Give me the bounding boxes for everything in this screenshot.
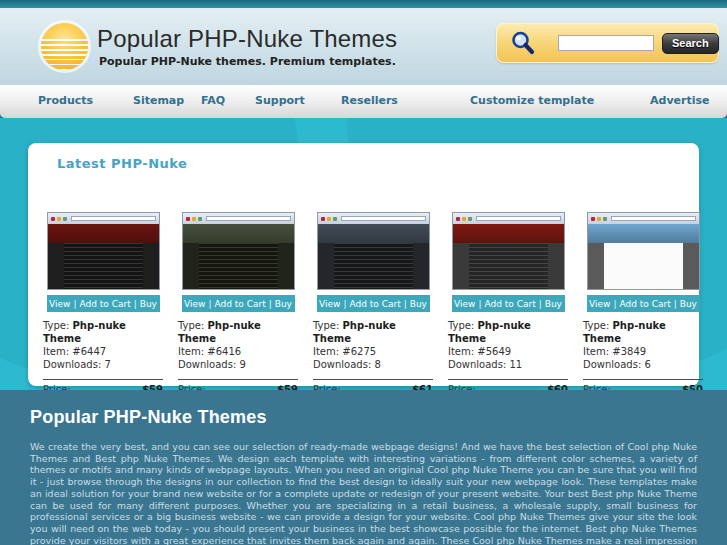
card-divider xyxy=(448,379,568,380)
search-input[interactable] xyxy=(558,35,654,51)
site-title: Popular PHP-Nuke Themes xyxy=(97,25,397,53)
type-line: Type: Php-nuke Theme xyxy=(313,319,433,345)
nav-item-advertise[interactable]: Advertise xyxy=(650,94,709,107)
site-tagline: Popular PHP-Nuke themes. Premium templat… xyxy=(99,55,396,68)
card-action-bar: View | Add to Cart | Buy xyxy=(587,295,700,312)
search-button[interactable]: Search xyxy=(662,33,719,54)
theme-thumbnail[interactable] xyxy=(317,212,430,290)
product-card: View | Add to Cart | Buy Type: Php-nuke … xyxy=(583,212,703,390)
card-action-bar: View | Add to Cart | Buy xyxy=(182,295,295,312)
product-card: View | Add to Cart | Buy Type: Php-nuke … xyxy=(43,212,163,390)
add-to-cart-link[interactable]: Add to Cart xyxy=(484,299,535,309)
separator: | xyxy=(539,299,542,309)
buy-link[interactable]: Buy xyxy=(545,299,562,309)
buy-link[interactable]: Buy xyxy=(680,299,697,309)
downloads-line: Downloads: 11 xyxy=(448,358,568,371)
add-to-cart-link[interactable]: Add to Cart xyxy=(349,299,400,309)
theme-thumbnail[interactable] xyxy=(587,212,700,290)
theme-banner xyxy=(588,224,699,243)
product-card: View | Add to Cart | Buy Type: Php-nuke … xyxy=(448,212,568,390)
product-card-row: View | Add to Cart | Buy Type: Php-nuke … xyxy=(43,212,703,390)
nav-item-faq[interactable]: FAQ xyxy=(201,94,225,107)
description-section: Popular PHP-Nuke Themes We create the ve… xyxy=(0,390,727,545)
add-to-cart-link[interactable]: Add to Cart xyxy=(79,299,130,309)
downloads-line: Downloads: 7 xyxy=(43,358,163,371)
card-action-bar: View | Add to Cart | Buy xyxy=(317,295,430,312)
add-to-cart-link[interactable]: Add to Cart xyxy=(619,299,670,309)
browser-chrome xyxy=(453,213,564,224)
theme-thumbnail[interactable] xyxy=(452,212,565,290)
theme-banner xyxy=(48,224,159,243)
product-card: View | Add to Cart | Buy Type: Php-nuke … xyxy=(313,212,433,390)
search-panel: Search xyxy=(496,23,719,63)
browser-chrome xyxy=(183,213,294,224)
downloads-line: Downloads: 6 xyxy=(583,358,703,371)
buy-link[interactable]: Buy xyxy=(275,299,292,309)
theme-banner xyxy=(453,224,564,243)
add-to-cart-link[interactable]: Add to Cart xyxy=(214,299,265,309)
item-line: Item: #3849 xyxy=(583,345,703,358)
nav-item-products[interactable]: Products xyxy=(38,94,93,107)
sun-logo-icon xyxy=(41,23,88,70)
view-link[interactable]: View xyxy=(319,299,340,309)
downloads-line: Downloads: 8 xyxy=(313,358,433,371)
separator: | xyxy=(343,299,346,309)
type-line: Type: Php-nuke Theme xyxy=(583,319,703,345)
section-title: Latest PHP-Nuke xyxy=(57,156,187,171)
theme-banner xyxy=(318,224,429,243)
type-line: Type: Php-nuke Theme xyxy=(43,319,163,345)
card-divider xyxy=(583,379,703,380)
view-link[interactable]: View xyxy=(589,299,610,309)
theme-thumbnail[interactable] xyxy=(47,212,160,290)
card-divider xyxy=(43,379,163,380)
type-line: Type: Php-nuke Theme xyxy=(448,319,568,345)
view-link[interactable]: View xyxy=(49,299,70,309)
search-icon xyxy=(510,30,536,56)
item-line: Item: #6447 xyxy=(43,345,163,358)
theme-banner xyxy=(183,224,294,243)
separator: | xyxy=(478,299,481,309)
buy-link[interactable]: Buy xyxy=(140,299,157,309)
top-accent-bar xyxy=(0,0,727,8)
buy-link[interactable]: Buy xyxy=(410,299,427,309)
nav-item-sitemap[interactable]: Sitemap xyxy=(133,94,184,107)
item-line: Item: #6416 xyxy=(178,345,298,358)
separator: | xyxy=(674,299,677,309)
main-navigation: ProductsSitemapFAQSupportResellersCustom… xyxy=(0,85,727,118)
nav-item-support[interactable]: Support xyxy=(255,94,305,107)
view-link[interactable]: View xyxy=(454,299,475,309)
product-card: View | Add to Cart | Buy Type: Php-nuke … xyxy=(178,212,298,390)
card-divider xyxy=(313,379,433,380)
card-action-bar: View | Add to Cart | Buy xyxy=(452,295,565,312)
view-link[interactable]: View xyxy=(184,299,205,309)
item-line: Item: #6275 xyxy=(313,345,433,358)
page-header: Popular PHP-Nuke Themes Popular PHP-Nuke… xyxy=(0,8,727,85)
description-paragraph: We create the very best, and you can see… xyxy=(30,441,697,545)
separator: | xyxy=(613,299,616,309)
card-divider xyxy=(178,379,298,380)
latest-themes-panel: Latest PHP-Nuke View | Add to Cart | Buy… xyxy=(28,143,699,386)
browser-chrome xyxy=(48,213,159,224)
theme-thumbnail[interactable] xyxy=(182,212,295,290)
bottom-heading: Popular PHP-Nuke Themes xyxy=(30,407,697,428)
separator: | xyxy=(134,299,137,309)
card-action-bar: View | Add to Cart | Buy xyxy=(47,295,160,312)
browser-chrome xyxy=(318,213,429,224)
item-line: Item: #5649 xyxy=(448,345,568,358)
nav-item-resellers[interactable]: Resellers xyxy=(341,94,398,107)
teal-background-band: Latest PHP-Nuke View | Add to Cart | Buy… xyxy=(0,118,727,390)
separator: | xyxy=(269,299,272,309)
separator: | xyxy=(73,299,76,309)
separator: | xyxy=(404,299,407,309)
type-line: Type: Php-nuke Theme xyxy=(178,319,298,345)
browser-chrome xyxy=(588,213,699,224)
separator: | xyxy=(208,299,211,309)
downloads-line: Downloads: 9 xyxy=(178,358,298,371)
nav-item-customize-template[interactable]: Customize template xyxy=(470,94,594,107)
